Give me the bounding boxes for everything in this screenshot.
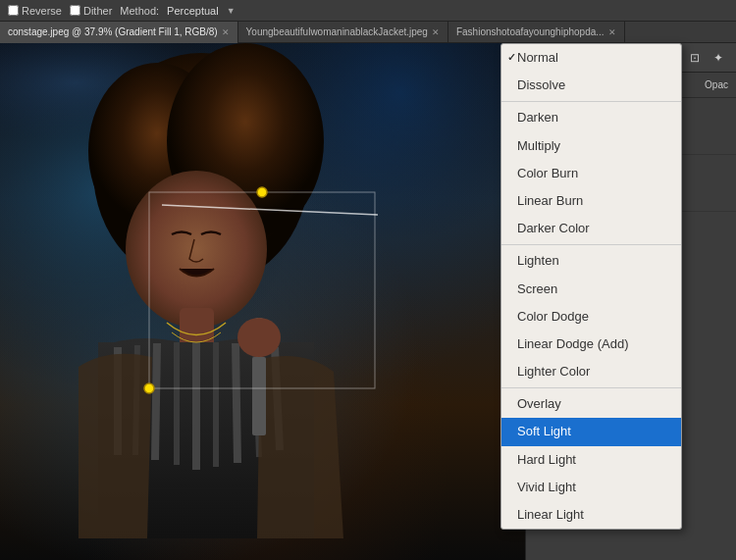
svg-rect-7	[180, 308, 214, 347]
blend-item-label-color_burn: Color Burn	[517, 165, 578, 182]
top-toolbar: Reverse Dither Method: Perceptual ▼	[0, 0, 736, 22]
blend-item-lighter_color[interactable]: Lighter Color	[501, 358, 681, 385]
method-label: Method:	[120, 5, 159, 17]
blend-item-label-vivid_light: Vivid Light	[517, 479, 576, 496]
blend-item-linear_light[interactable]: Linear Light	[501, 501, 681, 529]
svg-point-24	[144, 383, 154, 393]
layers-icon-btn-2[interactable]: ✦	[709, 48, 728, 68]
blend-item-label-normal: Normal	[517, 49, 558, 67]
person-silhouette	[0, 43, 500, 538]
blend-item-label-hard_light: Hard Light	[517, 451, 576, 469]
blend-item-label-linear_burn: Linear Burn	[517, 192, 583, 210]
dither-input[interactable]	[70, 5, 80, 16]
blend-item-label-linear_dodge: Linear Dodge (Add)	[517, 335, 628, 353]
blend-item-label-screen: Screen	[517, 280, 557, 298]
blend-item-color_burn[interactable]: Color Burn	[501, 160, 681, 187]
blend-item-label-soft_light: Soft Light	[517, 423, 571, 440]
svg-point-6	[126, 171, 267, 328]
blend-separator	[501, 101, 681, 102]
tab-1-label: constage.jpeg @ 37.9% (Gradient Fill 1, …	[8, 26, 218, 37]
svg-rect-19	[252, 357, 266, 435]
tab-3-close[interactable]: ✕	[608, 27, 616, 37]
blend-item-overlay[interactable]: Overlay	[501, 390, 681, 418]
blend-item-dissolve[interactable]: Dissolve	[501, 72, 681, 99]
tab-3-label: Fashionshotoafayounghiphopda...	[456, 26, 605, 37]
reverse-label: Reverse	[22, 5, 62, 17]
reverse-checkbox[interactable]: Reverse	[8, 5, 62, 17]
tab-3[interactable]: Fashionshotoafayounghiphopda... ✕	[448, 22, 625, 43]
blend-item-label-linear_light: Linear Light	[517, 506, 584, 524]
blend-item-label-overlay: Overlay	[517, 395, 561, 413]
blend-item-darken[interactable]: Darken	[501, 104, 681, 131]
checkmark-icon: ✓	[507, 50, 516, 65]
blend-item-linear_dodge[interactable]: Linear Dodge (Add)	[501, 331, 681, 358]
svg-point-23	[257, 187, 267, 197]
method-dropdown-arrow[interactable]: ▼	[227, 6, 236, 16]
blend-item-linear_burn[interactable]: Linear Burn	[501, 187, 681, 215]
blend-item-label-darker_color: Darker Color	[517, 220, 590, 237]
blend-item-label-lighten: Lighten	[517, 252, 559, 270]
tab-2[interactable]: YoungbeautifulwomaninablackJacket.jpeg ✕	[238, 22, 448, 43]
blend-item-screen[interactable]: Screen	[501, 276, 681, 303]
blend-item-label-color_dodge: Color Dodge	[517, 308, 589, 326]
dither-label: Dither	[83, 5, 112, 17]
blend-item-label-dissolve: Dissolve	[517, 76, 565, 94]
blend-item-label-lighter_color: Lighter Color	[517, 363, 590, 381]
layers-icon-btn-1[interactable]: ⊡	[685, 48, 705, 68]
blend-item-hard_light[interactable]: Hard Light	[501, 446, 681, 474]
blend-item-color_dodge[interactable]: Color Dodge	[501, 303, 681, 331]
svg-line-11	[155, 343, 157, 460]
blend-item-label-multiply: Multiply	[517, 137, 560, 155]
blend-item-label-darken: Darken	[517, 109, 558, 127]
method-value[interactable]: Perceptual	[167, 5, 219, 17]
tab-2-close[interactable]: ✕	[432, 27, 440, 37]
dither-checkbox[interactable]: Dither	[70, 5, 112, 17]
blend-item-darker_color[interactable]: Darker Color	[501, 215, 681, 242]
tabs-bar: constage.jpeg @ 37.9% (Gradient Fill 1, …	[0, 22, 736, 43]
blend-item-vivid_light[interactable]: Vivid Light	[501, 474, 681, 501]
tab-1-close[interactable]: ✕	[222, 27, 230, 37]
canvas-area	[0, 43, 525, 560]
blend-separator	[501, 244, 681, 245]
tab-2-label: YoungbeautifulwomaninablackJacket.jpeg	[246, 26, 428, 37]
tab-1[interactable]: constage.jpeg @ 37.9% (Gradient Fill 1, …	[0, 22, 238, 43]
opacity-label: Opac	[705, 79, 728, 90]
blend-separator	[501, 387, 681, 388]
blend-item-soft_light[interactable]: Soft Light	[501, 418, 681, 445]
svg-line-15	[236, 343, 237, 463]
blend-item-normal[interactable]: ✓Normal	[501, 44, 681, 72]
svg-point-20	[237, 318, 281, 357]
blend-item-multiply[interactable]: Multiply	[501, 132, 681, 160]
blend-mode-dropdown[interactable]: ✓NormalDissolveDarkenMultiplyColor BurnL…	[500, 43, 682, 530]
blend-item-lighten[interactable]: Lighten	[501, 247, 681, 275]
reverse-input[interactable]	[8, 5, 19, 16]
